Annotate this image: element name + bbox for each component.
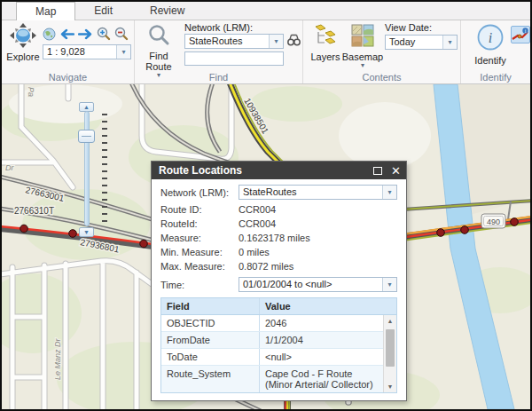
map-view[interactable]: 490 27663001 2766310T 27936801 10938501 … xyxy=(2,84,530,409)
route-shield-490: 490 xyxy=(481,214,505,228)
table-row[interactable]: FromDate 1/1/2004 xyxy=(161,332,383,349)
route-id-input[interactable] xyxy=(184,51,284,66)
ribbon: Explore xyxy=(2,20,530,84)
map-zoom-slider: ▲ ▼ xyxy=(77,102,113,237)
fixed-zoom-in-icon[interactable] xyxy=(97,27,111,44)
svg-text:i: i xyxy=(489,30,492,45)
dialog-title: Route Locations xyxy=(159,164,373,177)
dialog-body: Network (LRM): StateRoutes ▾ Route ID: C… xyxy=(152,179,406,400)
layers-button[interactable]: Layers xyxy=(309,24,342,62)
application-window: Map Edit Review xyxy=(0,0,532,411)
ribbon-group-identify: i Identify i Identify xyxy=(461,20,530,83)
layers-icon xyxy=(313,24,338,51)
identify-icon: i xyxy=(476,23,505,55)
column-header-value[interactable]: Value xyxy=(259,298,396,314)
table-row[interactable]: OBJECTID 2046 xyxy=(161,315,383,332)
network-lrm-combobox[interactable]: StateRoutes ▾ xyxy=(184,34,284,49)
tab-edit[interactable]: Edit xyxy=(75,2,131,20)
identify-group-label: Identify xyxy=(461,72,530,83)
zoom-slider-ticks xyxy=(102,114,107,226)
explore-button[interactable]: Explore xyxy=(5,23,41,62)
dialog-network-combobox[interactable]: StateRoutes ▾ xyxy=(239,185,397,200)
route-label-2766310t: 2766310T xyxy=(14,206,54,216)
attribute-table-header: Field Value xyxy=(161,298,396,315)
dialog-field-row: Min. Measure: 0 miles xyxy=(160,245,397,259)
column-header-field[interactable]: Field xyxy=(161,298,259,314)
measure-value: 0.1623178 miles xyxy=(239,233,310,243)
identify-button[interactable]: i Identify xyxy=(472,23,509,66)
dialog-field-row: Route ID: CCR004 xyxy=(160,202,397,217)
scrollbar-thumb[interactable] xyxy=(386,329,395,367)
ribbon-tab-strip: Map Edit Review xyxy=(2,2,530,20)
contents-group-label: Contents xyxy=(303,72,460,83)
maximize-icon[interactable] xyxy=(373,167,382,175)
dialog-field-row: RouteId: CCR004 xyxy=(160,217,397,231)
network-lrm-label: Network (LRM): xyxy=(184,22,253,33)
binoculars-icon[interactable] xyxy=(287,34,301,50)
basemap-button[interactable]: Basemap ▾ xyxy=(344,24,381,68)
view-date-dropdown-icon[interactable]: ▾ xyxy=(442,36,457,49)
scrollbar-up-icon[interactable]: ▲ xyxy=(384,315,396,327)
zoom-slider-down-button[interactable]: ▼ xyxy=(79,227,94,237)
dialog-network-dropdown-icon[interactable]: ▾ xyxy=(382,186,396,199)
route-locations-dialog: Route Locations ✕ Network (LRM): StateRo… xyxy=(151,161,407,401)
dialog-time-combobox[interactable]: 01/01/2004 to <null> ▾ xyxy=(239,277,397,292)
attribute-table: Field Value OBJECTID 2046 FromDate 1/1/2… xyxy=(160,297,397,393)
dialog-field-row: Measure: 0.1623178 miles xyxy=(160,231,397,245)
route-locations-title-bar[interactable]: Route Locations ✕ xyxy=(152,162,406,179)
find-route-button[interactable]: Find Route ▾ xyxy=(140,24,177,78)
dialog-time-label: Time: xyxy=(160,280,239,290)
map-scale-combobox[interactable]: 1 : 9,028 ▾ xyxy=(43,44,131,59)
explore-icon xyxy=(9,23,37,51)
street-label-pa: Pa xyxy=(27,87,35,97)
table-row[interactable]: ToDate <null> xyxy=(161,349,383,366)
route-id-value: CCR004 xyxy=(239,204,276,215)
tab-review[interactable]: Review xyxy=(131,2,203,20)
table-scrollbar[interactable]: ▲ ▼ xyxy=(383,315,396,392)
zoom-slider-thumb[interactable] xyxy=(78,130,95,143)
ribbon-group-navigate: Explore xyxy=(2,20,135,83)
tab-map[interactable]: Map xyxy=(16,2,75,20)
routeid-value: CCR004 xyxy=(239,218,276,229)
dialog-field-row: Max. Measure: 0.8072 miles xyxy=(160,259,397,273)
max-measure-value: 0.8072 miles xyxy=(239,261,293,272)
close-icon[interactable]: ✕ xyxy=(391,165,401,177)
min-measure-value: 0 miles xyxy=(239,247,270,257)
map-scale-dropdown-icon[interactable]: ▾ xyxy=(116,45,130,59)
identify-route-locations-button[interactable]: i xyxy=(511,26,530,43)
network-lrm-dropdown-icon[interactable]: ▾ xyxy=(269,35,283,48)
dialog-network-label: Network (LRM): xyxy=(160,187,239,198)
next-extent-arrow-icon[interactable] xyxy=(78,28,93,43)
view-date-combobox[interactable]: Today ▾ xyxy=(385,35,458,50)
previous-extent-arrow-icon[interactable] xyxy=(59,28,74,43)
zoom-slider-track[interactable] xyxy=(84,111,90,226)
scrollbar-down-icon[interactable]: ▼ xyxy=(384,381,396,392)
fixed-zoom-out-icon[interactable] xyxy=(114,27,129,44)
find-group-label: Find xyxy=(135,72,302,83)
dialog-time-dropdown-icon[interactable]: ▾ xyxy=(382,278,396,291)
navigate-group-label: Navigate xyxy=(2,72,134,83)
table-row[interactable]: Route_System Cape Cod - F Route (Minor A… xyxy=(161,366,383,392)
svg-text:490: 490 xyxy=(487,217,500,226)
find-route-magnifier-icon xyxy=(147,24,170,51)
ribbon-group-contents: Layers Basemap ▾ xyxy=(303,20,461,83)
basemap-icon xyxy=(351,24,375,51)
view-date-label: View Date: xyxy=(385,22,432,33)
full-extent-globe-icon[interactable] xyxy=(43,28,56,44)
ribbon-group-find: Find Route ▾ Network (LRM): StateRoutes … xyxy=(135,20,303,83)
street-label-dr: Dr xyxy=(5,163,14,172)
identify-route-locations-icon: i xyxy=(512,27,529,43)
street-label-le-manz-dr: Le Manz Dr xyxy=(53,337,62,380)
basemap-dropdown-icon: ▾ xyxy=(361,62,364,68)
